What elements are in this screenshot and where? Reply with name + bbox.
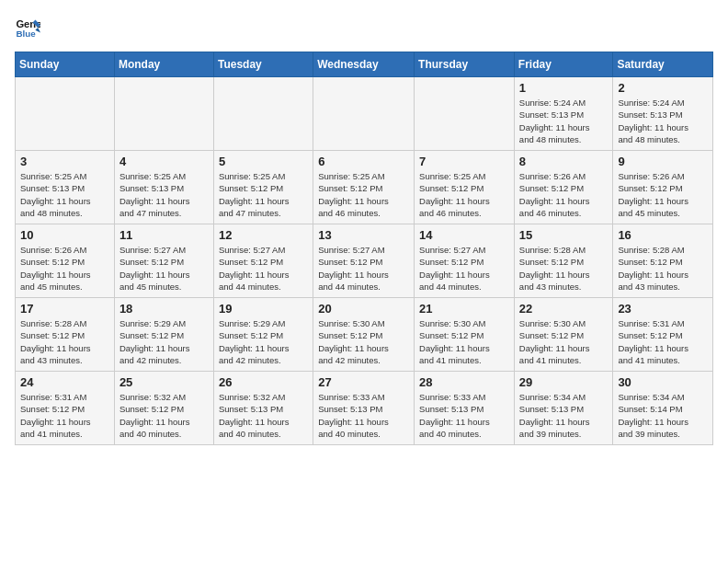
day-info: Sunrise: 5:29 AM Sunset: 5:12 PM Dayligh… bbox=[219, 317, 308, 366]
day-number: 27 bbox=[318, 375, 409, 389]
calendar-cell bbox=[213, 77, 313, 151]
calendar-cell: 25Sunrise: 5:32 AM Sunset: 5:12 PM Dayli… bbox=[114, 372, 213, 445]
day-number: 5 bbox=[219, 155, 308, 168]
day-info: Sunrise: 5:26 AM Sunset: 5:12 PM Dayligh… bbox=[618, 170, 708, 219]
day-number: 25 bbox=[119, 375, 209, 389]
day-number: 8 bbox=[519, 155, 609, 168]
calendar-cell: 30Sunrise: 5:34 AM Sunset: 5:14 PM Dayli… bbox=[613, 372, 713, 445]
day-number: 1 bbox=[519, 81, 609, 95]
week-row-1: 1Sunrise: 5:24 AM Sunset: 5:13 PM Daylig… bbox=[16, 77, 713, 151]
column-header-wednesday: Wednesday bbox=[313, 52, 415, 77]
calendar-cell: 5Sunrise: 5:25 AM Sunset: 5:12 PM Daylig… bbox=[213, 151, 313, 224]
day-number: 23 bbox=[618, 302, 708, 316]
calendar-cell: 4Sunrise: 5:25 AM Sunset: 5:13 PM Daylig… bbox=[114, 151, 213, 224]
calendar-cell: 19Sunrise: 5:29 AM Sunset: 5:12 PM Dayli… bbox=[213, 298, 313, 372]
calendar-cell bbox=[114, 77, 213, 151]
logo: General Blue bbox=[15, 15, 44, 40]
column-header-tuesday: Tuesday bbox=[213, 52, 313, 77]
calendar-cell bbox=[415, 77, 515, 151]
calendar-cell: 3Sunrise: 5:25 AM Sunset: 5:13 PM Daylig… bbox=[16, 151, 115, 224]
calendar-cell: 27Sunrise: 5:33 AM Sunset: 5:13 PM Dayli… bbox=[313, 372, 415, 445]
page-header: General Blue bbox=[15, 15, 713, 40]
logo-icon: General Blue bbox=[15, 15, 40, 40]
day-info: Sunrise: 5:24 AM Sunset: 5:13 PM Dayligh… bbox=[519, 97, 609, 145]
calendar-cell: 22Sunrise: 5:30 AM Sunset: 5:12 PM Dayli… bbox=[514, 298, 613, 372]
day-info: Sunrise: 5:24 AM Sunset: 5:13 PM Dayligh… bbox=[618, 97, 708, 145]
day-number: 15 bbox=[519, 228, 609, 242]
day-info: Sunrise: 5:28 AM Sunset: 5:12 PM Dayligh… bbox=[618, 244, 708, 293]
calendar-cell: 1Sunrise: 5:24 AM Sunset: 5:13 PM Daylig… bbox=[514, 77, 613, 151]
calendar-cell: 21Sunrise: 5:30 AM Sunset: 5:12 PM Dayli… bbox=[415, 298, 515, 372]
column-header-thursday: Thursday bbox=[415, 52, 515, 77]
calendar-cell: 20Sunrise: 5:30 AM Sunset: 5:12 PM Dayli… bbox=[313, 298, 415, 372]
day-info: Sunrise: 5:30 AM Sunset: 5:12 PM Dayligh… bbox=[419, 317, 509, 366]
calendar-cell: 13Sunrise: 5:27 AM Sunset: 5:12 PM Dayli… bbox=[313, 224, 415, 298]
calendar-cell: 14Sunrise: 5:27 AM Sunset: 5:12 PM Dayli… bbox=[415, 224, 515, 298]
calendar-cell: 28Sunrise: 5:33 AM Sunset: 5:13 PM Dayli… bbox=[415, 372, 515, 445]
day-info: Sunrise: 5:25 AM Sunset: 5:12 PM Dayligh… bbox=[318, 170, 409, 219]
day-number: 20 bbox=[318, 302, 409, 316]
day-info: Sunrise: 5:26 AM Sunset: 5:12 PM Dayligh… bbox=[519, 170, 609, 219]
calendar-cell: 23Sunrise: 5:31 AM Sunset: 5:12 PM Dayli… bbox=[613, 298, 713, 372]
day-number: 10 bbox=[20, 228, 109, 242]
column-header-monday: Monday bbox=[114, 52, 213, 77]
day-info: Sunrise: 5:34 AM Sunset: 5:14 PM Dayligh… bbox=[618, 391, 708, 440]
day-number: 12 bbox=[219, 228, 308, 242]
calendar-cell: 10Sunrise: 5:26 AM Sunset: 5:12 PM Dayli… bbox=[16, 224, 115, 298]
day-info: Sunrise: 5:25 AM Sunset: 5:12 PM Dayligh… bbox=[419, 170, 509, 219]
day-info: Sunrise: 5:25 AM Sunset: 5:13 PM Dayligh… bbox=[119, 170, 209, 219]
calendar-cell: 6Sunrise: 5:25 AM Sunset: 5:12 PM Daylig… bbox=[313, 151, 415, 224]
day-number: 2 bbox=[618, 81, 708, 95]
day-number: 7 bbox=[419, 155, 509, 168]
day-info: Sunrise: 5:32 AM Sunset: 5:12 PM Dayligh… bbox=[119, 391, 209, 440]
calendar-cell: 29Sunrise: 5:34 AM Sunset: 5:13 PM Dayli… bbox=[514, 372, 613, 445]
svg-text:Blue: Blue bbox=[16, 29, 36, 39]
day-number: 14 bbox=[419, 228, 509, 242]
day-number: 28 bbox=[419, 375, 509, 389]
calendar-cell: 2Sunrise: 5:24 AM Sunset: 5:13 PM Daylig… bbox=[613, 77, 713, 151]
calendar-table: SundayMondayTuesdayWednesdayThursdayFrid… bbox=[15, 52, 713, 445]
day-number: 19 bbox=[219, 302, 308, 316]
day-number: 22 bbox=[519, 302, 609, 316]
week-row-3: 10Sunrise: 5:26 AM Sunset: 5:12 PM Dayli… bbox=[16, 224, 713, 298]
day-number: 17 bbox=[20, 302, 109, 316]
day-number: 18 bbox=[119, 302, 209, 316]
day-info: Sunrise: 5:27 AM Sunset: 5:12 PM Dayligh… bbox=[119, 244, 209, 293]
day-info: Sunrise: 5:27 AM Sunset: 5:12 PM Dayligh… bbox=[318, 244, 409, 293]
day-info: Sunrise: 5:25 AM Sunset: 5:13 PM Dayligh… bbox=[20, 170, 109, 219]
day-number: 30 bbox=[618, 375, 708, 389]
column-header-sunday: Sunday bbox=[16, 52, 115, 77]
day-number: 11 bbox=[119, 228, 209, 242]
calendar-cell: 7Sunrise: 5:25 AM Sunset: 5:12 PM Daylig… bbox=[415, 151, 515, 224]
calendar-cell bbox=[313, 77, 415, 151]
calendar-cell: 16Sunrise: 5:28 AM Sunset: 5:12 PM Dayli… bbox=[613, 224, 713, 298]
day-number: 16 bbox=[618, 228, 708, 242]
day-info: Sunrise: 5:31 AM Sunset: 5:12 PM Dayligh… bbox=[20, 391, 109, 440]
week-row-5: 24Sunrise: 5:31 AM Sunset: 5:12 PM Dayli… bbox=[16, 372, 713, 445]
day-info: Sunrise: 5:33 AM Sunset: 5:13 PM Dayligh… bbox=[419, 391, 509, 440]
day-number: 21 bbox=[419, 302, 509, 316]
day-number: 9 bbox=[618, 155, 708, 168]
day-number: 26 bbox=[219, 375, 308, 389]
day-number: 4 bbox=[119, 155, 209, 168]
calendar-cell: 9Sunrise: 5:26 AM Sunset: 5:12 PM Daylig… bbox=[613, 151, 713, 224]
day-info: Sunrise: 5:31 AM Sunset: 5:12 PM Dayligh… bbox=[618, 317, 708, 366]
calendar-cell: 17Sunrise: 5:28 AM Sunset: 5:12 PM Dayli… bbox=[16, 298, 115, 372]
day-number: 24 bbox=[20, 375, 109, 389]
day-info: Sunrise: 5:30 AM Sunset: 5:12 PM Dayligh… bbox=[318, 317, 409, 366]
day-number: 13 bbox=[318, 228, 409, 242]
day-number: 29 bbox=[519, 375, 609, 389]
day-info: Sunrise: 5:34 AM Sunset: 5:13 PM Dayligh… bbox=[519, 391, 609, 440]
day-info: Sunrise: 5:27 AM Sunset: 5:12 PM Dayligh… bbox=[419, 244, 509, 293]
day-number: 6 bbox=[318, 155, 409, 168]
calendar-cell: 26Sunrise: 5:32 AM Sunset: 5:13 PM Dayli… bbox=[213, 372, 313, 445]
column-header-saturday: Saturday bbox=[613, 52, 713, 77]
calendar-header-row: SundayMondayTuesdayWednesdayThursdayFrid… bbox=[16, 52, 713, 77]
day-info: Sunrise: 5:27 AM Sunset: 5:12 PM Dayligh… bbox=[219, 244, 308, 293]
column-header-friday: Friday bbox=[514, 52, 613, 77]
calendar-cell: 12Sunrise: 5:27 AM Sunset: 5:12 PM Dayli… bbox=[213, 224, 313, 298]
day-info: Sunrise: 5:30 AM Sunset: 5:12 PM Dayligh… bbox=[519, 317, 609, 366]
day-number: 3 bbox=[20, 155, 109, 168]
calendar-cell bbox=[16, 77, 115, 151]
day-info: Sunrise: 5:26 AM Sunset: 5:12 PM Dayligh… bbox=[20, 244, 109, 293]
